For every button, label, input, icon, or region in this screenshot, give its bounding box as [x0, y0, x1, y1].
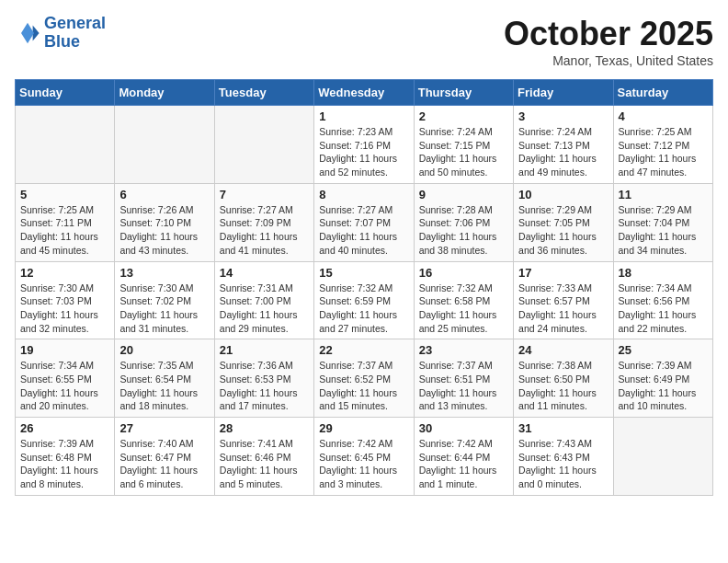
day-number: 21: [220, 343, 309, 357]
day-info: Sunrise: 7:43 AMSunset: 6:43 PMDaylight:…: [518, 437, 608, 491]
col-wednesday: Wednesday: [314, 80, 414, 106]
day-number: 11: [619, 188, 708, 201]
week-row-1: 1Sunrise: 7:23 AMSunset: 7:16 PMDaylight…: [16, 106, 713, 184]
location: Manor, Texas, United States: [504, 53, 713, 68]
calendar-cell: 18Sunrise: 7:34 AMSunset: 6:56 PMDayligh…: [613, 261, 712, 339]
day-number: 28: [220, 421, 309, 435]
day-number: 5: [20, 188, 109, 201]
day-number: 14: [220, 266, 309, 280]
calendar-header-row: Sunday Monday Tuesday Wednesday Thursday…: [16, 80, 713, 106]
calendar-cell: 28Sunrise: 7:41 AMSunset: 6:46 PMDayligh…: [214, 418, 313, 496]
calendar-cell: 15Sunrise: 7:32 AMSunset: 6:59 PMDayligh…: [314, 261, 414, 339]
calendar-cell: [115, 106, 214, 184]
day-info: Sunrise: 7:30 AMSunset: 7:02 PMDaylight:…: [119, 282, 209, 336]
day-info: Sunrise: 7:35 AMSunset: 6:54 PMDaylight:…: [119, 359, 209, 413]
calendar-cell: 31Sunrise: 7:43 AMSunset: 6:43 PMDayligh…: [514, 418, 613, 496]
col-monday: Monday: [115, 80, 214, 106]
day-number: 24: [518, 343, 608, 357]
day-info: Sunrise: 7:42 AMSunset: 6:44 PMDaylight:…: [419, 437, 508, 491]
day-info: Sunrise: 7:26 AMSunset: 7:10 PMDaylight:…: [119, 203, 209, 258]
day-info: Sunrise: 7:37 AMSunset: 6:52 PMDaylight:…: [319, 359, 408, 413]
calendar-cell: 8Sunrise: 7:27 AMSunset: 7:07 PMDaylight…: [314, 183, 414, 261]
day-number: 1: [319, 109, 408, 123]
calendar-cell: 12Sunrise: 7:30 AMSunset: 7:03 PMDayligh…: [16, 261, 115, 339]
svg-marker-1: [21, 23, 34, 43]
day-info: Sunrise: 7:27 AMSunset: 7:07 PMDaylight:…: [319, 203, 408, 258]
day-info: Sunrise: 7:29 AMSunset: 7:05 PMDaylight:…: [518, 203, 608, 258]
day-number: 6: [119, 188, 209, 201]
calendar-cell: 2Sunrise: 7:24 AMSunset: 7:15 PMDaylight…: [414, 106, 513, 184]
day-number: 7: [220, 188, 309, 201]
calendar-cell: 17Sunrise: 7:33 AMSunset: 6:57 PMDayligh…: [514, 261, 613, 339]
calendar-cell: 30Sunrise: 7:42 AMSunset: 6:44 PMDayligh…: [414, 418, 513, 496]
day-number: 12: [20, 266, 109, 280]
day-info: Sunrise: 7:29 AMSunset: 7:04 PMDaylight:…: [619, 203, 708, 258]
day-number: 30: [419, 421, 508, 435]
calendar-cell: 20Sunrise: 7:35 AMSunset: 6:54 PMDayligh…: [115, 339, 214, 418]
day-info: Sunrise: 7:41 AMSunset: 6:46 PMDaylight:…: [220, 437, 309, 491]
calendar-cell: 25Sunrise: 7:39 AMSunset: 6:49 PMDayligh…: [613, 339, 712, 418]
day-number: 19: [20, 343, 109, 357]
week-row-4: 19Sunrise: 7:34 AMSunset: 6:55 PMDayligh…: [16, 339, 713, 418]
calendar-cell: 10Sunrise: 7:29 AMSunset: 7:05 PMDayligh…: [514, 183, 613, 261]
calendar-cell: 11Sunrise: 7:29 AMSunset: 7:04 PMDayligh…: [613, 183, 712, 261]
title-area: October 2025 Manor, Texas, United States: [504, 15, 713, 68]
calendar-cell: 7Sunrise: 7:27 AMSunset: 7:09 PMDaylight…: [214, 183, 313, 261]
day-number: 20: [119, 343, 209, 357]
day-info: Sunrise: 7:32 AMSunset: 6:58 PMDaylight:…: [419, 282, 508, 336]
logo-text: General Blue: [44, 15, 106, 52]
calendar-cell: 21Sunrise: 7:36 AMSunset: 6:53 PMDayligh…: [214, 339, 313, 418]
day-number: 16: [419, 266, 508, 280]
day-number: 23: [419, 343, 508, 357]
day-info: Sunrise: 7:30 AMSunset: 7:03 PMDaylight:…: [20, 282, 109, 336]
day-number: 17: [518, 266, 608, 280]
day-number: 26: [20, 421, 109, 435]
col-friday: Friday: [514, 80, 613, 106]
day-info: Sunrise: 7:40 AMSunset: 6:47 PMDaylight:…: [119, 437, 209, 491]
calendar-cell: 16Sunrise: 7:32 AMSunset: 6:58 PMDayligh…: [414, 261, 513, 339]
day-number: 15: [319, 266, 408, 280]
day-number: 9: [419, 188, 508, 201]
calendar-cell: 6Sunrise: 7:26 AMSunset: 7:10 PMDaylight…: [115, 183, 214, 261]
col-thursday: Thursday: [414, 80, 513, 106]
week-row-2: 5Sunrise: 7:25 AMSunset: 7:11 PMDaylight…: [16, 183, 713, 261]
day-info: Sunrise: 7:25 AMSunset: 7:12 PMDaylight:…: [619, 125, 708, 179]
day-number: 25: [619, 343, 708, 357]
calendar-cell: 5Sunrise: 7:25 AMSunset: 7:11 PMDaylight…: [16, 183, 115, 261]
day-info: Sunrise: 7:39 AMSunset: 6:49 PMDaylight:…: [619, 359, 708, 413]
day-info: Sunrise: 7:38 AMSunset: 6:50 PMDaylight:…: [518, 359, 608, 413]
day-info: Sunrise: 7:24 AMSunset: 7:15 PMDaylight:…: [419, 125, 508, 179]
calendar-cell: 1Sunrise: 7:23 AMSunset: 7:16 PMDaylight…: [314, 106, 414, 184]
day-info: Sunrise: 7:32 AMSunset: 6:59 PMDaylight:…: [319, 282, 408, 336]
day-number: 4: [619, 109, 708, 123]
day-info: Sunrise: 7:34 AMSunset: 6:55 PMDaylight:…: [20, 359, 109, 413]
calendar-cell: 19Sunrise: 7:34 AMSunset: 6:55 PMDayligh…: [16, 339, 115, 418]
day-info: Sunrise: 7:28 AMSunset: 7:06 PMDaylight:…: [419, 203, 508, 258]
calendar-cell: 27Sunrise: 7:40 AMSunset: 6:47 PMDayligh…: [115, 418, 214, 496]
day-info: Sunrise: 7:24 AMSunset: 7:13 PMDaylight:…: [518, 125, 608, 179]
week-row-3: 12Sunrise: 7:30 AMSunset: 7:03 PMDayligh…: [16, 261, 713, 339]
day-info: Sunrise: 7:25 AMSunset: 7:11 PMDaylight:…: [20, 203, 109, 258]
col-tuesday: Tuesday: [214, 80, 313, 106]
day-number: 29: [319, 421, 408, 435]
day-info: Sunrise: 7:31 AMSunset: 7:00 PMDaylight:…: [220, 282, 309, 336]
day-number: 10: [518, 188, 608, 201]
calendar-cell: 22Sunrise: 7:37 AMSunset: 6:52 PMDayligh…: [314, 339, 414, 418]
calendar-cell: [16, 106, 115, 184]
calendar-cell: [613, 418, 712, 496]
calendar-cell: 24Sunrise: 7:38 AMSunset: 6:50 PMDayligh…: [514, 339, 613, 418]
week-row-5: 26Sunrise: 7:39 AMSunset: 6:48 PMDayligh…: [16, 418, 713, 496]
calendar-cell: 13Sunrise: 7:30 AMSunset: 7:02 PMDayligh…: [115, 261, 214, 339]
day-info: Sunrise: 7:37 AMSunset: 6:51 PMDaylight:…: [419, 359, 508, 413]
calendar-cell: 29Sunrise: 7:42 AMSunset: 6:45 PMDayligh…: [314, 418, 414, 496]
day-number: 22: [319, 343, 408, 357]
day-number: 13: [119, 266, 209, 280]
day-info: Sunrise: 7:33 AMSunset: 6:57 PMDaylight:…: [518, 282, 608, 336]
month-title: October 2025: [504, 15, 713, 53]
day-info: Sunrise: 7:34 AMSunset: 6:56 PMDaylight:…: [619, 282, 708, 336]
calendar: Sunday Monday Tuesday Wednesday Thursday…: [15, 79, 713, 496]
col-saturday: Saturday: [613, 80, 712, 106]
day-info: Sunrise: 7:27 AMSunset: 7:09 PMDaylight:…: [220, 203, 309, 258]
page-header: General Blue October 2025 Manor, Texas, …: [15, 15, 713, 68]
day-number: 3: [518, 109, 608, 123]
